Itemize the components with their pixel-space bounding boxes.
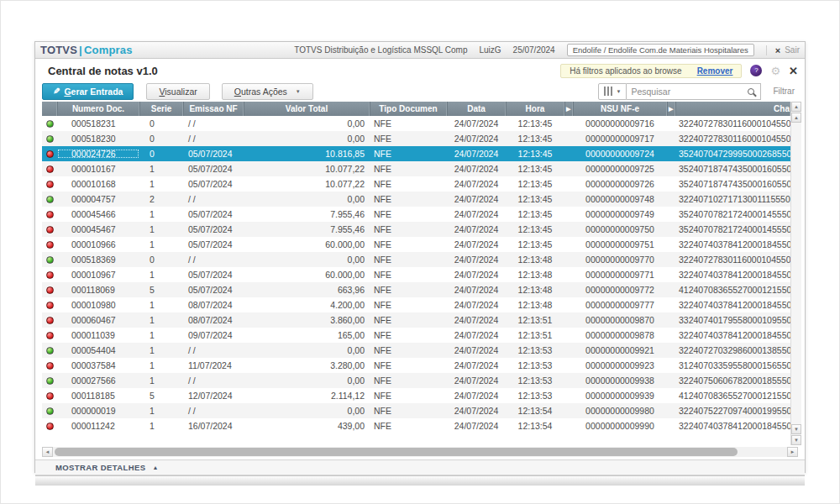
scroll-left-button[interactable]: ◄ [42,447,53,457]
brand: TOTVS|Compras [40,44,133,56]
scroll-up-button[interactable]: ▲ [791,113,801,123]
gear-icon[interactable]: ⚙ [770,66,780,76]
data-cell: 24/07/2024 [447,209,506,219]
horizontal-scroll-track[interactable] [53,447,787,457]
scroll-top-button[interactable]: ▲ [791,102,801,112]
close-icon[interactable]: ✕ [789,66,798,76]
status-cell [42,423,57,430]
doc-cell: 000118069 [57,285,139,295]
search-input[interactable] [631,87,748,97]
table-row[interactable]: 000045466105/07/20247.955,46NFE24/07/202… [42,207,790,222]
hora-cell: 12:13:45 [506,179,564,189]
table-row[interactable]: 000118069505/07/2024663,96NFE24/07/20241… [42,282,790,297]
table-row[interactable]: 000011242116/07/2024439,00NFE24/07/20241… [42,418,790,433]
table-row[interactable]: 000060467108/07/20243.860,00NFE24/07/202… [42,312,790,328]
logout-button[interactable]: × Sair [766,45,800,55]
table-row[interactable]: 000024726005/07/202410.816,85NFE24/07/20… [42,146,790,161]
vertical-scroll-track[interactable] [791,123,801,424]
table-row[interactable]: 0000275661/ /0,00NFE24/07/202412:13:5300… [42,373,790,388]
table-row[interactable]: 000045467105/07/20247.955,46NFE24/07/202… [42,222,790,237]
vertical-scrollbar[interactable]: ▲ ▲ ▼ ▼ [790,102,801,445]
doc-cell: 000118185 [57,391,139,401]
chave-cell: 3224072703298600013855001000054 [675,345,790,355]
nsu-cell: 00000000009748 [573,194,667,204]
column-header-serie[interactable]: Serie [139,102,183,116]
column-header-hora[interactable]: Hora [506,102,564,116]
table-row[interactable]: 000037584111/07/20243.280,00NFE24/07/202… [42,358,790,373]
environment-label[interactable]: TOTVS Distribuição e Logística MSSQL Com… [294,45,467,55]
doc-cell: 000060467 [57,315,139,325]
chevron-down-icon: ▼ [616,89,621,94]
other-actions-button[interactable]: Outras Ações ▼ [222,83,313,100]
column-filter-button[interactable]: ▼ [598,83,627,100]
company-selector[interactable]: Endolife / Endolife Com.de Materiais Hos… [567,44,754,56]
data-cell: 24/07/2024 [447,300,506,310]
table-row[interactable]: 0005182300/ /0,00NFE24/07/202412:13:4500… [42,131,790,146]
view-button[interactable]: Visualizar [146,83,209,100]
valor-cell: 3.280,00 [244,360,370,370]
hora-cell: 12:13:45 [506,118,564,129]
column-header-emissao[interactable]: Emissao NF [183,102,244,116]
user-label[interactable]: LuizG [479,45,501,55]
column-header-tipo[interactable]: Tipo Documen [370,102,447,116]
column-header-doc[interactable]: Numero Doc. [57,102,139,116]
nsu-cell: 00000000009870 [573,315,667,325]
hora-cell: 12:13:45 [506,239,564,249]
generate-entry-button[interactable]: ✎ Gerar Entrada [42,83,134,100]
column-header-data[interactable]: Data [447,102,506,116]
column-header-valor[interactable]: Valor Total [244,102,370,116]
status-red-icon [46,226,54,234]
table-row[interactable]: 000010967105/07/202460.000,00NFE24/07/20… [42,267,790,282]
status-green-icon [46,120,54,128]
status-cell [42,256,57,264]
horizontal-scroll-thumb[interactable] [55,448,738,456]
column-header-chave[interactable]: Cha [675,102,790,116]
serie-cell: 5 [139,391,183,401]
emissao-cell: / / [183,406,244,416]
scroll-right-button[interactable]: ► [787,447,798,457]
column-header-status[interactable] [42,102,57,116]
valor-cell: 165,00 [244,330,370,340]
filter-label[interactable]: Filtrar [773,87,795,96]
table-row[interactable]: 000118185512/07/20242.114,12NFE24/07/202… [42,388,790,403]
serie-cell: 1 [139,164,183,174]
data-cell: 24/07/2024 [447,375,506,386]
serie-cell: 1 [139,315,183,325]
table-row[interactable]: 0000000191/ /0,00NFE24/07/202412:13:5400… [42,403,790,418]
table-row[interactable]: 0005182310/ /0,00NFE24/07/202412:13:4500… [42,116,790,131]
table-row[interactable]: 0000047572/ /0,00NFE24/07/202412:13:4500… [42,192,790,207]
valor-cell: 10.077,22 [244,179,370,189]
emissao-cell: 05/07/2024 [183,270,244,280]
show-details-bar[interactable]: MOSTRAR DETALHES ▲ [35,459,805,475]
scroll-down-button[interactable]: ▼ [791,424,801,434]
column-marker-icon[interactable]: ▶ [564,102,573,116]
assistant-icon[interactable]: ? [750,65,762,76]
search-icon[interactable] [748,88,754,95]
status-cell [42,407,57,415]
tipo-cell: NFE [370,300,447,310]
emissao-cell: / / [183,194,244,204]
status-red-icon [46,181,54,188]
emissao-cell: 09/07/2024 [183,330,244,340]
hora-cell: 12:13:51 [506,315,564,325]
scroll-bottom-button[interactable]: ▼ [791,435,801,445]
remove-filters-link[interactable]: Remover [697,66,733,76]
table-row[interactable]: 000010980108/07/20244.200,00NFE24/07/202… [42,297,790,312]
serie-cell: 2 [139,194,183,204]
data-cell: 24/07/2024 [447,330,506,340]
chave-cell: 3324074017955800010955001000060 [675,315,790,325]
hora-cell: 12:13:53 [506,345,564,355]
table-row[interactable]: 000011039109/07/2024165,00NFE24/07/20241… [42,328,790,343]
emissao-cell: 08/07/2024 [183,300,244,310]
column-marker-icon[interactable]: ▶ [667,102,675,116]
tipo-cell: NFE [370,330,447,340]
table-row[interactable]: 000010168105/07/202410.077,22NFE24/07/20… [42,176,790,192]
data-cell: 24/07/2024 [447,164,506,174]
column-header-nsu[interactable]: NSU NF-e [573,102,667,116]
serie-cell: 5 [139,285,183,295]
valor-cell: 7.955,46 [244,224,370,234]
table-row[interactable]: 0005183690/ /0,00NFE24/07/202412:13:4800… [42,252,790,267]
table-row[interactable]: 0000544041/ /0,00NFE24/07/202412:13:5300… [42,343,790,358]
table-row[interactable]: 000010167105/07/202410.077,22NFE24/07/20… [42,161,790,176]
table-row[interactable]: 000010966105/07/202460.000,00NFE24/07/20… [42,237,790,252]
